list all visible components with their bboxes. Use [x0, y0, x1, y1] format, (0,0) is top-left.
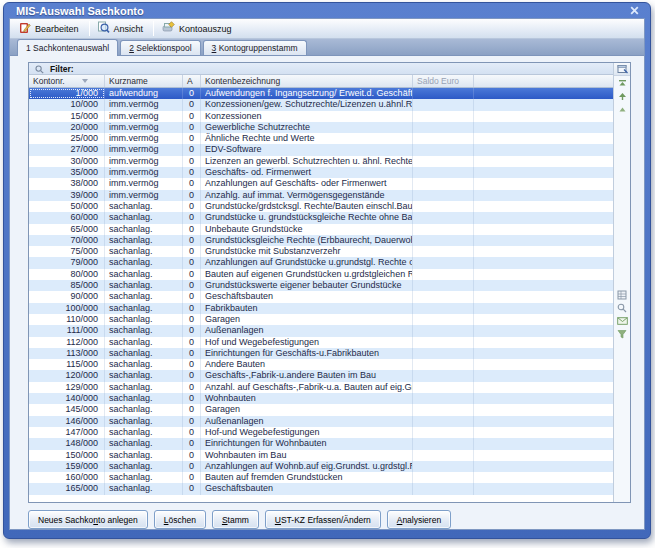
analyze-button[interactable]: Analysieren [387, 510, 451, 529]
table-row[interactable]: 129/000sachanlag.0Anzahl. auf Geschäfts-… [29, 382, 613, 393]
cell-a: 0 [183, 393, 201, 404]
cell-saldo [413, 438, 474, 449]
cell-bezeichnung: Hof-und Wegebefestigungen [201, 427, 413, 438]
cell-saldo [413, 246, 474, 257]
cell-bezeichnung: Einrichtungen für Wohnbauten [201, 438, 413, 449]
tab-label: Sachkontenauswahl [31, 43, 109, 53]
column-header-kontenbezeichnung[interactable]: Kontenbezeichnung [201, 75, 413, 87]
cell-nr: 65/000 [29, 224, 105, 235]
table-row[interactable]: 60/000sachanlag.0Grundstücke u. grundstü… [29, 212, 613, 223]
cell-a: 0 [183, 122, 201, 133]
table-row[interactable]: 38/000imm.vermög0Anzahlungen auf Geschäf… [29, 178, 613, 189]
page-up-icon[interactable] [616, 104, 629, 115]
title-bar[interactable]: MIS-Auswahl Sachkonto [9, 3, 645, 18]
cell-nr: 60/000 [29, 212, 105, 223]
cell-nr: 113/000 [29, 348, 105, 359]
cell-a: 0 [183, 167, 201, 178]
toolbar-button-ansicht[interactable]: Ansicht [93, 19, 151, 38]
column-header-kurzname[interactable]: Kurzname [105, 75, 183, 87]
cell-nr: 15/000 [29, 111, 105, 122]
cell-a: 0 [183, 133, 201, 144]
cell-bezeichnung: Grundstücke u. grundstücksgleiche Rechte… [201, 212, 413, 223]
delete-button[interactable]: Löschen [154, 510, 206, 529]
tab-selektionspool[interactable]: 2 Selektionspool [120, 40, 200, 55]
cell-nr: 110/000 [29, 314, 105, 325]
cell-extra [474, 235, 613, 246]
close-icon[interactable] [627, 5, 641, 17]
search-icon[interactable] [616, 302, 629, 313]
table-row[interactable]: 165/000sachanlag.0Geschäftsbauten [29, 483, 613, 494]
cell-kurzname: imm.vermög [105, 156, 183, 167]
table-row[interactable]: 70/000sachanlag.0Grundstücksgleiche Rech… [29, 235, 613, 246]
scroll-top-icon[interactable] [616, 78, 629, 89]
table-row[interactable]: 120/000sachanlag.0Geschäfts-,Fabrik-u.an… [29, 370, 613, 381]
cell-kurzname: sachanlag. [105, 280, 183, 291]
table-row[interactable]: 1/000aufwendung0Aufwendungen f. Ingangse… [29, 88, 613, 99]
filter-row[interactable]: Filter: [29, 63, 613, 75]
cell-saldo [413, 291, 474, 302]
cell-kurzname: imm.vermög [105, 167, 183, 178]
cell-saldo [413, 212, 474, 223]
table-row[interactable]: 100/000sachanlag.0Fabrikbauten [29, 303, 613, 314]
grid-icon[interactable] [616, 289, 629, 300]
table-header: Kontonr. Kurzname A Kontenbezeichnung Sa… [29, 75, 613, 88]
account-table: Filter: Kontonr. Kurzname A Kontenbezeic… [28, 62, 631, 503]
cell-kurzname: imm.vermög [105, 178, 183, 189]
table-row[interactable]: 150/000sachanlag.0Wohnbauten im Bau [29, 450, 613, 461]
table-row[interactable]: 10/000imm.vermög0Konzessionen/gew. Schut… [29, 99, 613, 110]
table-row[interactable]: 112/000sachanlag.0Hof und Wegebefestigun… [29, 337, 613, 348]
table-row[interactable]: 146/000sachanlag.0Außenanlagen [29, 416, 613, 427]
table-row[interactable]: 110/000sachanlag.0Garagen [29, 314, 613, 325]
master-data-button[interactable]: Stamm [212, 510, 259, 529]
table-row[interactable]: 79/000sachanlag.0Anzahlungen auf Grundst… [29, 257, 613, 268]
table-row[interactable]: 35/000imm.vermög0Geschäfts- od. Firmenwe… [29, 167, 613, 178]
cell-bezeichnung: Konzessionen/gew. Schutzrechte/Lizenzen … [201, 99, 413, 110]
column-header-saldo-euro[interactable]: Saldo Euro [413, 75, 474, 87]
table-row[interactable]: 159/000sachanlag.0Anzahlungen auf Wohnb.… [29, 461, 613, 472]
new-account-button[interactable]: Neues Sachkonto anlegen [28, 510, 148, 529]
column-chooser-icon[interactable] [614, 63, 630, 76]
table-row[interactable]: 140/000sachanlag.0Wohnbauten [29, 393, 613, 404]
column-header-empty[interactable] [474, 75, 613, 87]
vat-code-button[interactable]: UST-KZ Erfassen/Ändern [265, 510, 381, 529]
table-row[interactable]: 147/000sachanlag.0Hof-und Wegebefestigun… [29, 427, 613, 438]
table-row[interactable]: 30/000imm.vermög0Lizenzen an gewerbl. Sc… [29, 156, 613, 167]
table-row[interactable]: 20/000imm.vermög0Gewerbliche Schutzrecht… [29, 122, 613, 133]
tab-kontogruppenstamm[interactable]: 3 Kontogruppenstamm [203, 40, 307, 55]
column-header-kontonr[interactable]: Kontonr. [29, 75, 105, 87]
mail-icon[interactable] [616, 315, 629, 326]
table-row[interactable]: 75/000sachanlag.0Grundstücke mit Substan… [29, 246, 613, 257]
table-row[interactable]: 25/000imm.vermög0Ähnliche Rechte und Wer… [29, 133, 613, 144]
table-row[interactable]: 27/000imm.vermög0EDV-Software [29, 144, 613, 155]
table-row[interactable]: 85/000sachanlag.0Grundstückswerte eigene… [29, 280, 613, 291]
table-row[interactable]: 145/000sachanlag.0Garagen [29, 404, 613, 415]
filter-icon[interactable] [616, 328, 629, 339]
table-row[interactable]: 50/000sachanlag.0Grundstücke/grdstcksgl.… [29, 201, 613, 212]
table-row[interactable]: 90/000sachanlag.0Geschäftsbauten [29, 291, 613, 302]
table-row[interactable]: 160/000sachanlag.0Bauten auf fremden Gru… [29, 472, 613, 483]
cell-extra [474, 472, 613, 483]
table-row[interactable]: 65/000sachanlag.0Unbebaute Grundstücke [29, 224, 613, 235]
cell-kurzname: sachanlag. [105, 382, 183, 393]
cell-saldo [413, 472, 474, 483]
cell-nr: 90/000 [29, 291, 105, 302]
tab-sachkontenauswahl[interactable]: 1 Sachkontenauswahl [17, 39, 118, 56]
table-row[interactable]: 111/000sachanlag.0Außenanlagen [29, 325, 613, 336]
cell-kurzname: sachanlag. [105, 472, 183, 483]
cell-nr: 146/000 [29, 416, 105, 427]
cell-nr: 80/000 [29, 269, 105, 280]
table-row[interactable]: 15/000imm.vermög0Konzessionen [29, 111, 613, 122]
table-row[interactable]: 148/000sachanlag.0Einrichtungen für Wohn… [29, 438, 613, 449]
scrollbar-strip[interactable] [613, 63, 630, 502]
cell-saldo [413, 280, 474, 291]
scroll-up-icon[interactable] [616, 91, 629, 102]
cell-kurzname: sachanlag. [105, 370, 183, 381]
table-row[interactable]: 113/000sachanlag.0Einrichtungen für Gesc… [29, 348, 613, 359]
table-row[interactable]: 80/000sachanlag.0Bauten auf eigenen Grun… [29, 269, 613, 280]
toolbar-button-bearbeiten[interactable]: Bearbeiten [14, 19, 86, 38]
table-row[interactable]: 39/000imm.vermög0Anzahlg. auf immat. Ver… [29, 190, 613, 201]
column-header-a[interactable]: A [183, 75, 201, 87]
cell-extra [474, 483, 613, 494]
table-row[interactable]: 115/000sachanlag.0Andere Bauten [29, 359, 613, 370]
toolbar-button-kontoauszug[interactable]: Kontoauszug [157, 19, 239, 38]
